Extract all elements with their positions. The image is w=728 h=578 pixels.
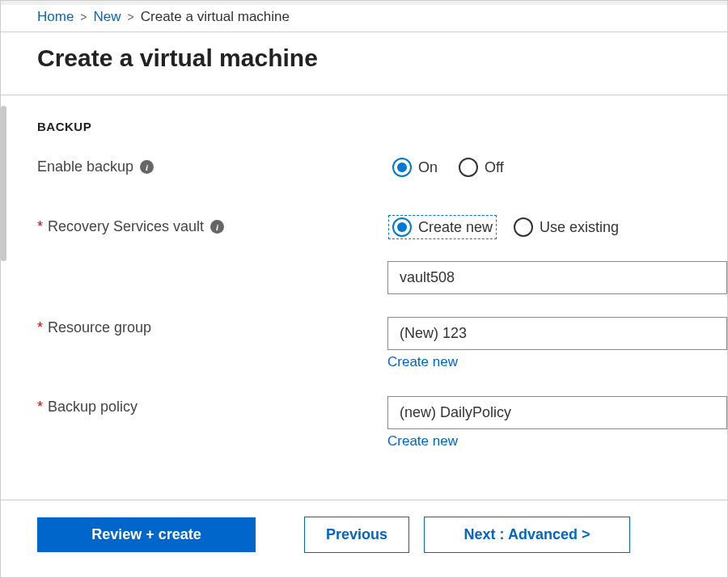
footer: Review + create Previous Next : Advanced… bbox=[1, 496, 727, 577]
enable-backup-row: Enable backup i On Off bbox=[37, 156, 727, 179]
review-create-button[interactable]: Review + create bbox=[37, 517, 256, 552]
form-content: BACKUP Enable backup i On Off * Recove bbox=[1, 95, 727, 449]
info-icon[interactable]: i bbox=[140, 160, 154, 174]
next-advanced-button[interactable]: Next : Advanced > bbox=[424, 517, 630, 553]
recovery-vault-row: * Recovery Services vault i Create new U… bbox=[37, 216, 727, 238]
radio-icon bbox=[459, 158, 478, 177]
enable-backup-off-radio[interactable]: Off bbox=[455, 156, 507, 179]
required-indicator: * bbox=[37, 399, 43, 416]
breadcrumb: Home > New > Create a virtual machine bbox=[1, 5, 727, 32]
radio-label: Create new bbox=[418, 219, 493, 236]
required-indicator: * bbox=[37, 319, 43, 336]
footer-nav-buttons: Previous Next : Advanced > bbox=[304, 517, 630, 553]
enable-backup-label-col: Enable backup i bbox=[37, 156, 389, 175]
radio-label: Use existing bbox=[540, 219, 619, 236]
recovery-vault-controls: Create new Use existing bbox=[389, 216, 727, 238]
breadcrumb-current: Create a virtual machine bbox=[141, 9, 290, 25]
top-bar: Home > New > Create a virtual machine bbox=[1, 1, 727, 32]
resource-group-control: Create new bbox=[387, 317, 727, 370]
backup-policy-input[interactable] bbox=[387, 396, 727, 429]
vault-name-spacer bbox=[37, 261, 387, 264]
backup-policy-label: Backup policy bbox=[48, 399, 138, 416]
recovery-vault-label-col: * Recovery Services vault i bbox=[37, 216, 389, 235]
recovery-vault-use-existing-radio[interactable]: Use existing bbox=[510, 216, 622, 238]
backup-policy-create-new-link[interactable]: Create new bbox=[387, 433, 458, 449]
recovery-vault-label: Recovery Services vault bbox=[48, 218, 204, 235]
required-indicator: * bbox=[37, 218, 43, 235]
resource-group-label: Resource group bbox=[48, 319, 151, 336]
backup-policy-label-col: * Backup policy bbox=[37, 396, 387, 416]
vault-name-row bbox=[37, 261, 727, 294]
backup-policy-control: Create new bbox=[387, 396, 727, 449]
breadcrumb-new-link[interactable]: New bbox=[94, 9, 121, 25]
backup-policy-row: * Backup policy Create new bbox=[37, 396, 727, 449]
radio-icon bbox=[514, 217, 533, 237]
resource-group-input[interactable] bbox=[387, 317, 727, 350]
enable-backup-on-radio[interactable]: On bbox=[389, 156, 441, 179]
scrollbar-thumb[interactable] bbox=[1, 106, 6, 261]
page-title: Create a virtual machine bbox=[1, 32, 727, 95]
chevron-right-icon: > bbox=[128, 11, 134, 23]
chevron-right-icon: > bbox=[80, 11, 87, 23]
enable-backup-label: Enable backup bbox=[37, 158, 133, 175]
radio-label: Off bbox=[485, 159, 504, 176]
radio-icon bbox=[392, 158, 412, 177]
info-icon[interactable]: i bbox=[210, 220, 224, 234]
vault-name-input[interactable] bbox=[387, 261, 727, 294]
enable-backup-controls: On Off bbox=[389, 156, 727, 179]
radio-icon bbox=[392, 217, 412, 237]
recovery-vault-create-new-radio[interactable]: Create new bbox=[389, 216, 496, 238]
previous-button[interactable]: Previous bbox=[304, 517, 409, 553]
enable-backup-radio-group: On Off bbox=[389, 156, 727, 179]
breadcrumb-home-link[interactable]: Home bbox=[37, 9, 74, 25]
resource-group-row: * Resource group Create new bbox=[37, 317, 727, 370]
backup-section-header: BACKUP bbox=[37, 120, 727, 133]
radio-label: On bbox=[418, 159, 438, 176]
vault-name-control bbox=[387, 261, 727, 294]
recovery-vault-radio-group: Create new Use existing bbox=[389, 216, 727, 238]
resource-group-create-new-link[interactable]: Create new bbox=[387, 354, 458, 370]
resource-group-label-col: * Resource group bbox=[37, 317, 387, 336]
